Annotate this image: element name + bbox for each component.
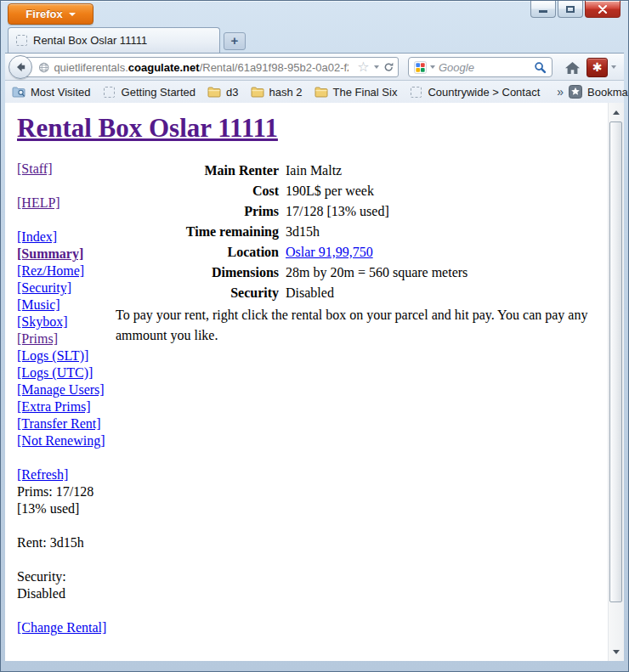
minimize-button[interactable] [530, 1, 556, 18]
page-heading-link[interactable]: Rental Box Oslar 11111 [17, 113, 278, 143]
search-engine-dropdown-icon[interactable] [430, 65, 435, 69]
url-bar[interactable]: quietliferentals.coagulate.net/Rental/61… [17, 57, 399, 77]
new-tab-button[interactable]: + [224, 32, 246, 50]
tab-rental-box-oslar[interactable]: Rental Box Oslar 11111 [8, 27, 220, 53]
minimize-icon [539, 10, 547, 13]
sidebar-item-summary[interactable]: [Summary] [17, 246, 116, 263]
globe-icon [38, 61, 49, 74]
detail-value-location[interactable]: Oslar 91,99,750 [286, 242, 373, 263]
detail-row-location: LocationOslar 91,99,750 [116, 242, 609, 263]
page-content: Rental Box Oslar 11111 [Staff][HELP][Ind… [5, 103, 609, 661]
url-subdomain: quietliferentals. [54, 61, 128, 74]
folder-icon [207, 85, 221, 99]
sidebar-item-prims[interactable]: [Prims] [17, 330, 116, 347]
addon-asterisk-button[interactable]: ✱ [586, 58, 608, 77]
bookmark-countrywide-contact[interactable]: Countrywide > Contact [409, 85, 540, 99]
scroll-up-button[interactable] [609, 104, 624, 120]
sidebar-item-logs-slt[interactable]: [Logs (SLT)] [17, 347, 116, 364]
sidebar-spacer [17, 178, 116, 195]
sidebar-item-logs-utc[interactable]: [Logs (UTC)] [17, 364, 116, 381]
scroll-down-icon [613, 650, 620, 654]
firefox-menu-button[interactable]: Firefox [8, 3, 94, 25]
scroll-down-button[interactable] [609, 644, 624, 659]
chevron-down-icon [69, 13, 76, 16]
sidebar-item-refresh[interactable]: [Refresh] [17, 466, 116, 483]
tab-bar: Rental Box Oslar 11111 + [1, 26, 628, 53]
detail-label: Prims [116, 201, 286, 222]
sidebar-item-skybox[interactable]: [Skybox] [17, 313, 116, 330]
sidebar-item-manage-users[interactable]: [Manage Users] [17, 381, 116, 398]
sidebar-item-rez-home[interactable]: [Rez/Home] [17, 263, 116, 280]
navigation-toolbar: quietliferentals.coagulate.net/Rental/61… [5, 53, 624, 81]
sidebar-item-security[interactable]: [Security] [17, 280, 116, 296]
scrollbar-thumb[interactable] [609, 121, 622, 602]
vertical-scrollbar[interactable] [608, 103, 624, 661]
search-icon[interactable] [534, 61, 547, 74]
bookmark-getting-started[interactable]: Getting Started [103, 85, 196, 99]
google-logo-icon [414, 61, 427, 74]
addon-dropdown-icon[interactable] [611, 65, 616, 69]
bookmark-label: Getting Started [122, 86, 196, 99]
tab-title: Rental Box Oslar 11111 [33, 34, 147, 47]
detail-row-security: SecurityDisabled [116, 283, 609, 303]
sidebar-item-staff[interactable]: [Staff] [17, 161, 116, 178]
titlebar: Firefox [1, 1, 628, 26]
search-input[interactable] [439, 61, 530, 74]
folder-icon [314, 85, 328, 99]
url-dropdown-icon[interactable] [374, 65, 379, 69]
detail-value-main-renter: Iain Maltz [286, 161, 342, 181]
bookmark-most-visited[interactable]: Most Visited [12, 85, 91, 99]
detail-label: Cost [116, 181, 286, 201]
url-text: quietliferentals.coagulate.net/Rental/61… [54, 61, 348, 74]
maximize-button[interactable] [558, 1, 583, 18]
detail-value-prims: 17/128 [13% used] [286, 201, 389, 222]
search-box[interactable] [408, 57, 552, 77]
details-table: Main RenterIain MaltzCost190L$ per weekP… [116, 161, 609, 303]
bookmarks-toolbar: Most VisitedGetting Startedd3hash 2The F… [5, 81, 624, 103]
sidebar-item-index[interactable]: [Index] [17, 229, 116, 246]
sidebar-item-transfer-rent[interactable]: [Transfer Rent] [17, 415, 116, 432]
bookmarks-overflow-chevron[interactable]: » [552, 85, 569, 99]
firefox-menu-label: Firefox [26, 8, 62, 20]
bookmark-d3[interactable]: d3 [207, 85, 238, 99]
bookmark-hash-2[interactable]: hash 2 [251, 85, 303, 99]
back-button[interactable] [8, 55, 32, 79]
reload-icon[interactable] [383, 61, 394, 73]
sidebar-text-13-used: [13% used] [17, 500, 116, 517]
sidebar: [Staff][HELP][Index][Summary][Rez/Home][… [17, 161, 116, 636]
sidebar-text-disabled: Disabled [17, 585, 116, 602]
sidebar-item-music[interactable]: [Music] [17, 296, 116, 313]
sidebar-item-help[interactable]: [HELP] [17, 195, 116, 212]
detail-label: Dimensions [116, 263, 286, 283]
payment-note: To pay your rent, right click the rental… [116, 305, 609, 346]
sidebar-text-prims-17-128: Prims: 17/128 [17, 483, 116, 500]
bookmark-star-icon[interactable]: ☆ [357, 60, 369, 74]
folder-icon [251, 85, 264, 99]
page-heading: Rental Box Oslar 11111 [17, 111, 609, 145]
bookmarks-items: Most VisitedGetting Startedd3hash 2The F… [12, 85, 552, 99]
bookmark-the-final-six[interactable]: The Final Six [314, 85, 398, 99]
bookmark-label: d3 [226, 86, 238, 99]
most-visited-folder-icon [12, 85, 26, 99]
sidebar-spacer [17, 212, 116, 229]
sidebar-item-extra-prims[interactable]: [Extra Prims] [17, 398, 116, 415]
asterisk-icon: ✱ [592, 60, 603, 74]
bookmark-label: hash 2 [269, 86, 303, 99]
detail-value-time-remaining: 3d15h [286, 222, 320, 242]
sidebar-item-change-rental[interactable]: [Change Rental] [17, 619, 116, 636]
detail-value-security: Disabled [286, 283, 334, 303]
detail-label: Security [116, 283, 286, 303]
bookmarks-menu-button[interactable]: Bookmarks [569, 85, 629, 99]
placeholder-favicon-icon [103, 85, 116, 99]
detail-value-cost: 190L$ per week [286, 181, 374, 201]
sidebar-text-security: Security: [17, 568, 116, 585]
bookmark-label: Most Visited [31, 86, 91, 99]
content-columns: [Staff][HELP][Index][Summary][Rez/Home][… [5, 161, 609, 636]
detail-label: Main Renter [116, 161, 286, 181]
bookmark-label: The Final Six [333, 86, 398, 99]
home-button[interactable] [559, 58, 585, 77]
placeholder-favicon-icon [409, 85, 422, 99]
close-button[interactable] [585, 1, 620, 18]
scroll-up-icon [613, 110, 620, 115]
sidebar-item-not-renewing[interactable]: [Not Renewing] [17, 432, 116, 449]
